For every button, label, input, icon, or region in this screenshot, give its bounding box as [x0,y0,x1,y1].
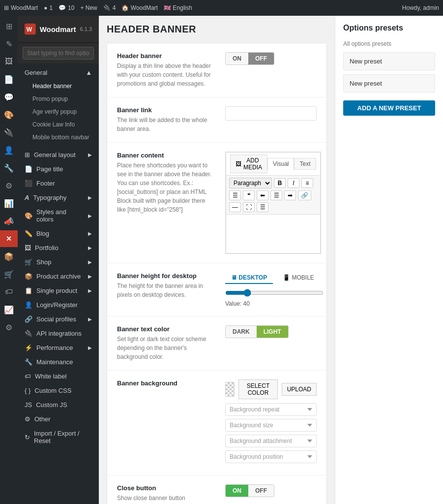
nav-page-title-label: Page title [36,165,63,173]
banner-height-slider[interactable] [225,289,324,297]
sidebar-icon-media[interactable]: 🖼 [0,53,18,70]
editor-area[interactable] [226,214,321,253]
sidebar-icon-woo-orders[interactable]: 🛒 [0,266,18,283]
sidebar-icon-tools[interactable]: 🔧 [0,159,18,176]
nav-portfolio[interactable]: 🖼 Portfolio ▶ [18,241,99,255]
editor-align-left-btn[interactable]: ⬅ [257,190,268,200]
nav-other[interactable]: ⚙ Other [18,412,99,426]
sidebar-icon-marketing[interactable]: 📣 [0,213,18,229]
banner-link-input[interactable] [225,106,317,121]
sidebar-icon-woo-reports[interactable]: 📈 [0,301,18,318]
sidebar-icon-analytics[interactable]: 📊 [0,195,18,212]
sidebar-icon-pages[interactable]: 📄 [0,71,18,88]
nav-custom-js[interactable]: JS Custom JS [18,398,99,412]
editor-align-right-btn[interactable]: ➡ [284,190,296,200]
editor-more-btn[interactable]: — [229,202,241,212]
nav-maintenance[interactable]: 🔧 Maintenance [18,355,99,369]
editor-format-select[interactable]: Paragraph [229,178,272,189]
editor-align-center-btn[interactable]: ☰ [270,190,282,200]
bg-position-select[interactable]: Background position [225,450,317,463]
updates-count[interactable]: ● 1 [44,4,53,11]
sidebar-icon-woo-settings[interactable]: ⚙ [0,319,18,336]
select-color-button[interactable]: SELECT COLOR [238,379,277,399]
header-banner-desc: Display a thin line above the header wit… [117,62,215,88]
plugin-updates[interactable]: 🔌 4 [103,4,116,11]
dark-color-btn[interactable]: DARK [226,326,257,338]
nav-performance[interactable]: ⚡ Performance ▶ [18,341,99,355]
editor-italic-btn[interactable]: I [288,178,299,188]
upload-button[interactable]: UPLOAD [282,383,317,396]
language[interactable]: 🇬🇧 English [164,4,192,11]
nav-login-register[interactable]: 👤 Login/Register [18,298,99,312]
sidebar-icon-settings[interactable]: ⚙ [0,177,18,194]
nav-shop[interactable]: 🛒 Shop ▶ [18,255,99,269]
close-button-on-btn[interactable]: ON [226,485,248,497]
nav-sub-mobile-navbar[interactable]: Mobile bottom navbar [18,131,99,144]
nav-sub-promo-popup[interactable]: Promo popup [18,93,99,105]
sidebar-icon-woo-products[interactable]: 📦 [0,248,18,265]
nav-page-title[interactable]: 📄 Page title [18,162,99,176]
bg-repeat-select[interactable]: Background repeat [225,403,317,416]
nav-social-profiles[interactable]: 🔗 Social profiles ▶ [18,312,99,326]
bg-size-select[interactable]: Background size [225,419,317,432]
sidebar-icon-woodmart[interactable]: ✕ [0,230,18,247]
nav-white-label[interactable]: 🏷 White label [18,369,99,383]
nav-typography-chevron: ▶ [88,195,92,200]
editor-blockquote-btn[interactable]: ❝ [243,190,255,200]
woodmart-logo-icon: W [25,22,36,36]
site-name[interactable]: 🏠 WoodMart [121,4,157,11]
nav-footer[interactable]: ⬛ Footer [18,176,99,190]
nav-typography[interactable]: A Typography ▶ [18,190,99,205]
nav-sub-header-banner[interactable]: Header banner [18,80,99,93]
editor-tab-visual[interactable]: Visual [267,158,294,170]
nav-single-product[interactable]: 📋 Single product ▶ [18,284,99,298]
nav-import-export[interactable]: ↻ Import / Export / Reset [18,426,99,448]
nav-general-layout[interactable]: ⊞ General layout ▶ [18,148,99,162]
sidebar-icon-plugins[interactable]: 🔌 [0,124,18,141]
mobile-tab[interactable]: 📱 MOBILE [277,272,320,284]
nav-blog[interactable]: ✏️ Blog ▶ [18,226,99,241]
wp-logo[interactable]: ⊞ WoodMart [4,4,38,11]
editor-toolbar-toggle-btn[interactable]: ☰ [257,202,268,212]
banner-link-label: Banner link [117,106,215,114]
nav-maintenance-label: Maintenance [36,358,73,366]
setting-control-banner-height: 🖥 DESKTOP 📱 MOBILE Value: [225,272,324,307]
nav-general[interactable]: General ▲ [18,65,99,80]
nav-custom-css[interactable]: { } Custom CSS [18,383,99,398]
editor-tab-text[interactable]: Text [294,158,316,170]
editor-fullscreen-btn[interactable]: ⛶ [243,202,255,212]
nav-sub-age-verify[interactable]: Age verify popup [18,105,99,118]
sidebar-icon-users[interactable]: 👤 [0,142,18,158]
nav-product-archive[interactable]: 📦 Product archive ▶ [18,269,99,284]
comments-count[interactable]: 💬 10 [59,4,74,11]
nav-api-integrations[interactable]: 🔌 API integrations [18,326,99,341]
add-media-button[interactable]: 🖼 ADD MEDIA [230,155,267,173]
nav-sub-cookie-law[interactable]: Cookie Law Info [18,118,99,131]
desktop-tab[interactable]: 🖥 DESKTOP [225,272,273,284]
close-button-off-btn[interactable]: OFF [248,485,274,497]
nav-product-archive-chevron: ▶ [88,274,92,279]
editor-ordered-list-btn[interactable]: ☰ [229,190,241,200]
add-new-preset-button[interactable]: ADD A NEW PRESET [343,100,435,116]
nav-styles-colors[interactable]: 🎨 Styles and colors ▶ [18,205,99,226]
editor-bold-btn[interactable]: B [274,178,286,188]
sidebar-icon-appearance[interactable]: 🎨 [0,106,18,123]
bg-attachment-select[interactable]: Background attachment [225,435,317,447]
search-input[interactable] [23,47,94,60]
sidebar-icon-woo-coupons[interactable]: 🏷 [0,284,18,300]
preset-item-1[interactable]: New preset [343,52,435,70]
header-banner-on-btn[interactable]: ON [226,53,248,64]
sidebar-icon-comments[interactable]: 💬 [0,89,18,105]
new-button[interactable]: + New [80,4,97,11]
dm-tabs: 🖥 DESKTOP 📱 MOBILE [225,272,324,284]
header-banner-off-btn[interactable]: OFF [248,53,274,64]
editor-link-btn[interactable]: 🔗 [298,190,311,200]
sidebar-icon-dashboard[interactable]: ⊞ [0,18,18,34]
editor-unordered-list-btn[interactable]: ≡ [301,178,313,188]
light-color-btn[interactable]: LIGHT [257,326,288,338]
preset-item-2[interactable]: New preset [343,74,435,93]
nav-portfolio-label: Portfolio [35,244,59,252]
sidebar-icon-posts[interactable]: ✎ [0,35,18,52]
nav-other-icon: ⚙ [25,415,30,423]
editor-wrapper: 🖼 ADD MEDIA Visual Text Parag [225,152,321,254]
